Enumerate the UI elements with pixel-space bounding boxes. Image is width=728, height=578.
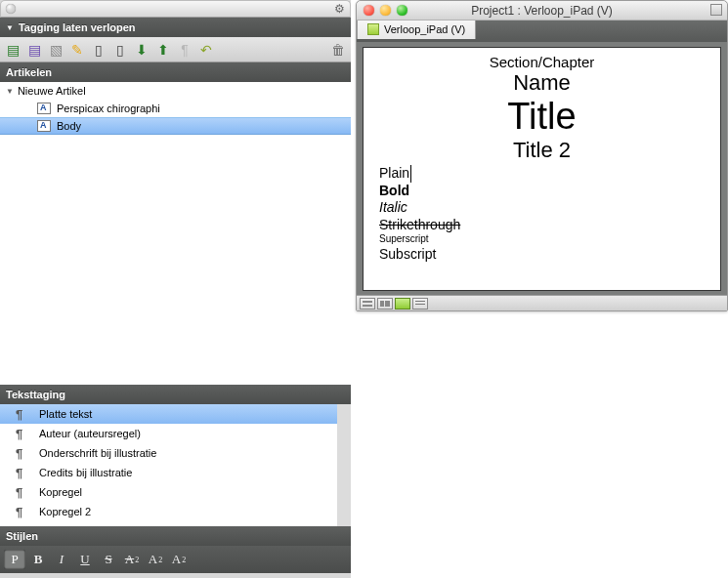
tagging-panel: Tagging laten verlopen ▤ ▤ ▧ ✎ ▯ ▯ ⬇ ⬆ ¶… [0, 0, 351, 578]
page-add-icon[interactable]: ▯ [90, 41, 107, 59]
panel-header-tagging[interactable]: Tagging laten verlopen [0, 18, 351, 37]
tab-strip: Verloop_iPad (V) [357, 21, 727, 42]
document-window: Project1 : Verloop_iPad (V) Verloop_iPad… [356, 0, 728, 311]
tree-item[interactable]: Perspicax chirographi [0, 100, 351, 117]
chevron-down-icon[interactable]: ▼ [6, 87, 14, 96]
document-titlebar[interactable]: Project1 : Verloop_iPad (V) [357, 1, 727, 21]
toolbar: ▤ ▤ ▧ ✎ ▯ ▯ ⬇ ⬆ ¶ ↶ 🗑 [0, 37, 351, 62]
document-tab[interactable]: Verloop_iPad (V) [357, 18, 476, 39]
style-plain: Plain [379, 165, 411, 183]
layout-doc-icon [367, 23, 379, 35]
view-full-icon[interactable] [395, 298, 410, 310]
layout-page[interactable]: Section/Chapter Name Title Title 2 Plain… [363, 47, 721, 291]
panel-header-label: Artikelen [6, 66, 52, 78]
textframe-icon [37, 120, 51, 132]
view-stack-icon[interactable] [360, 298, 375, 310]
window-title: Project1 : Verloop_iPad (V) [357, 4, 727, 18]
undo-icon[interactable]: ↶ [197, 41, 215, 59]
view-list-icon[interactable] [412, 298, 428, 310]
tag-item[interactable]: Platte tekst [0, 404, 337, 424]
paragraph-icon [16, 407, 29, 422]
paragraph-icon [16, 466, 29, 480]
tree-item[interactable]: Body [0, 117, 351, 135]
tag-list: Platte tekst Auteur (auteursregel) Onder… [0, 404, 351, 526]
document-area: Project1 : Verloop_iPad (V) Verloop_iPad… [356, 0, 728, 578]
panel-header-label: Tagging laten verlopen [19, 21, 136, 33]
italic-button[interactable]: I [51, 550, 72, 569]
subscript-button[interactable]: A2 [145, 550, 166, 569]
style-title: Title [379, 96, 705, 138]
gear-icon[interactable] [334, 2, 345, 16]
tree-label: Body [57, 120, 81, 132]
tag-label: Onderschrift bij illustratie [39, 447, 156, 459]
style-sup: Superscript [379, 233, 705, 246]
copy-doc-icon[interactable]: ▤ [25, 41, 43, 59]
close-window-icon[interactable] [364, 5, 374, 16]
strike-button[interactable]: S [98, 550, 119, 569]
close-icon[interactable] [6, 4, 16, 14]
canvas: Section/Chapter Name Title Title 2 Plain… [357, 42, 727, 295]
underline-button[interactable]: U [74, 550, 96, 569]
maximize-icon[interactable] [710, 4, 722, 16]
layers-icon[interactable]: ▧ [47, 41, 64, 59]
article-tree: ▼ Nieuwe Artikel Perspicax chirographi B… [0, 82, 351, 385]
tag-label: Platte tekst [39, 408, 92, 420]
paragraph-style-button[interactable]: P [4, 550, 25, 569]
tag-item[interactable]: Credits bij illustratie [0, 463, 337, 482]
edit-pencil-icon[interactable]: ✎ [68, 41, 86, 59]
panel-header-label: Teksttaging [6, 389, 65, 400]
scrollbar-thumb[interactable] [339, 407, 349, 456]
panel-header-stijlen: Stijlen [0, 526, 351, 546]
trash-icon[interactable]: 🗑 [329, 41, 347, 59]
view-strip [357, 295, 727, 310]
tag-item[interactable]: Auteur (auteursregel) [0, 424, 337, 443]
tag-label: Ingesprongen alinea [39, 525, 137, 526]
tag-item[interactable]: Kopregel 2 [0, 502, 337, 521]
style-section-chapter: Section/Chapter [379, 54, 705, 70]
panel-header-artikelen: Artikelen [0, 62, 351, 82]
style-bold: Bold [379, 183, 705, 200]
arrow-up-icon[interactable]: ⬆ [154, 41, 172, 59]
tree-label: Perspicax chirographi [57, 103, 160, 114]
style-sub: Subscript [379, 246, 705, 264]
tag-item[interactable]: Kopregel [0, 482, 337, 502]
arrow-down-icon[interactable]: ⬇ [133, 41, 150, 59]
tree-root[interactable]: ▼ Nieuwe Artikel [0, 82, 351, 100]
style-italic: Italic [379, 199, 705, 217]
zoom-window-icon[interactable] [397, 5, 407, 16]
traffic-lights [364, 5, 407, 16]
tag-item[interactable]: Ingesprongen alinea [0, 521, 337, 526]
paragraph-icon [16, 485, 29, 500]
a-strike-button[interactable]: A2 [121, 550, 143, 569]
style-strike: Strikethrough [379, 217, 705, 234]
tab-label: Verloop_iPad (V) [384, 23, 465, 35]
new-doc-icon[interactable]: ▤ [4, 41, 21, 59]
tree-label: Nieuwe Artikel [18, 85, 86, 97]
tag-label: Auteur (auteursregel) [39, 428, 141, 439]
panel-titlebar [0, 0, 351, 18]
minimize-window-icon[interactable] [380, 5, 391, 16]
style-name: Name [379, 70, 705, 96]
pilcrow-icon[interactable]: ¶ [176, 41, 193, 59]
panel-header-label: Stijlen [6, 530, 38, 542]
paragraph-icon [16, 524, 29, 527]
tag-label: Kopregel 2 [39, 506, 91, 517]
superscript-button[interactable]: A2 [168, 550, 190, 569]
textframe-icon [37, 103, 51, 114]
tag-label: Credits bij illustratie [39, 467, 132, 478]
style-title2: Title 2 [379, 138, 705, 163]
tag-item[interactable]: Onderschrift bij illustratie [0, 443, 337, 463]
paragraph-icon [16, 505, 29, 519]
view-split-icon[interactable] [377, 298, 393, 310]
bold-button[interactable]: B [27, 550, 49, 569]
page-remove-icon[interactable]: ▯ [111, 41, 129, 59]
tag-label: Kopregel [39, 486, 82, 498]
paragraph-icon [16, 427, 29, 441]
paragraph-icon [16, 446, 29, 461]
panel-header-teksttaging: Teksttaging [0, 385, 351, 404]
format-bar: P B I U S A2 A2 A2 [0, 546, 351, 573]
